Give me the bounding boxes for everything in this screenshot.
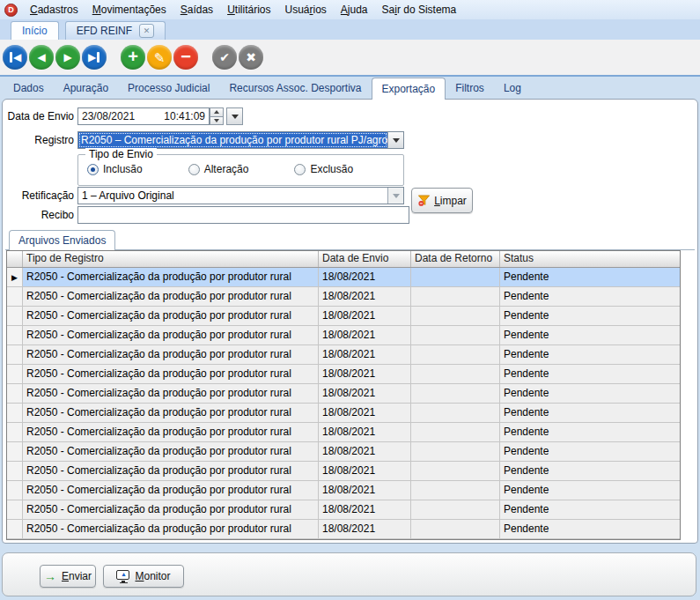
delete-button[interactable]: −	[173, 45, 198, 70]
gutter-header	[7, 251, 23, 267]
table-row[interactable]: R2050 - Comercialização da produção por …	[7, 442, 680, 462]
tipo-envio-options: Inclusão Alteração Exclusão	[87, 163, 353, 175]
table-row[interactable]: R2050 - Comercialização da produção por …	[7, 307, 680, 326]
table-row[interactable]: R2050 - Comercialização da produção por …	[7, 287, 680, 307]
registro-dropdown-icon[interactable]	[387, 132, 403, 148]
column-header-envio[interactable]: Data de Envio	[319, 251, 411, 267]
date-value: 23/08/2021	[82, 110, 135, 122]
time-value: 10:41:09	[164, 110, 205, 122]
page-tab[interactable]: Processo Judicial	[118, 78, 219, 99]
page-tab[interactable]: Dados	[4, 78, 54, 99]
page-tab[interactable]: Apuração	[54, 78, 118, 99]
grid-body: R2050 - Comercialização da produção por …	[7, 268, 680, 539]
retificacao-dropdown-icon	[387, 188, 403, 204]
spinner-down-icon[interactable]	[210, 117, 224, 126]
toolbar: ◀◀▶▶+✎−✔✖	[0, 40, 700, 75]
arquivos-grid: Tipo de Registro Data de Envio Data de R…	[6, 250, 681, 540]
limpar-label: Limpar	[434, 195, 467, 207]
exportacao-panel: Data de Envio 23/08/2021 10:41:09 Regist…	[2, 99, 698, 544]
radio-icon	[294, 164, 306, 175]
data-envio-field[interactable]: 23/08/2021 10:41:09	[77, 107, 210, 125]
registro-selected-value: R2050 – Comercialização da produção por …	[78, 132, 387, 148]
monitor-button[interactable]: ▲ Monitor	[103, 565, 184, 588]
page-tab[interactable]: Filtros	[446, 78, 494, 99]
enviar-button[interactable]: → Enviar	[40, 565, 96, 588]
tipo-envio-legend: Tipo de Envio	[85, 148, 157, 160]
time-spinner	[210, 107, 224, 125]
post-button[interactable]: ✔	[212, 45, 237, 70]
tab-arquivos-enviados[interactable]: Arquivos Enviados	[9, 230, 115, 250]
radio-icon	[87, 164, 99, 175]
radio-icon	[188, 164, 200, 175]
first-button[interactable]: ◀	[3, 45, 27, 70]
recibo-input[interactable]	[77, 206, 409, 224]
grid-tab-strip: Arquivos Enviados	[5, 231, 695, 250]
table-row[interactable]: R2050 - Comercialização da produção por …	[7, 423, 680, 442]
footer-bar: → Enviar ▲ Monitor	[2, 552, 696, 596]
table-row[interactable]: R2050 - Comercialização da produção por …	[7, 481, 680, 500]
menu-item[interactable]: Ajuda	[334, 0, 375, 19]
next-button[interactable]: ▶	[55, 45, 80, 70]
retificacao-label: Retificação	[4, 189, 74, 202]
current-row-marker	[11, 273, 18, 282]
tab-efd-reinf-label: EFD REINF	[77, 25, 132, 37]
date-dropdown-button[interactable]	[226, 107, 243, 125]
insert-button[interactable]: +	[121, 45, 145, 70]
table-row[interactable]: R2050 - Comercialização da produção por …	[7, 500, 680, 520]
funnel-icon	[417, 194, 431, 207]
close-tab-icon[interactable]: ✕	[139, 24, 154, 38]
menu-item[interactable]: Usuários	[277, 0, 333, 19]
table-row[interactable]: R2050 - Comercialização da produção por …	[7, 268, 680, 287]
app-icon: D	[4, 4, 18, 17]
table-row[interactable]: R2050 - Comercialização da produção por …	[7, 404, 680, 423]
limpar-button[interactable]: Limpar	[411, 188, 473, 213]
monitor-label: Monitor	[135, 570, 170, 582]
menu-item[interactable]: Saídas	[173, 0, 220, 19]
retificacao-combobox[interactable]: 1 – Arquivo Original	[77, 187, 404, 204]
column-header-status[interactable]: Status	[500, 251, 680, 267]
page-tab-bar: Dados Apuração Processo Judicial Recurso…	[4, 78, 700, 99]
monitor-icon: ▲	[116, 570, 129, 583]
enviar-label: Enviar	[62, 570, 92, 582]
radio-option[interactable]: Inclusão	[87, 163, 143, 175]
table-row[interactable]: R2050 - Comercialização da produção por …	[7, 384, 680, 404]
menu-item[interactable]: Movimentações	[85, 0, 173, 19]
radio-option[interactable]: Exclusão	[294, 163, 353, 175]
grid-header: Tipo de Registro Data de Envio Data de R…	[7, 251, 680, 268]
last-button[interactable]: ▶	[82, 45, 107, 70]
cancel-button[interactable]: ✖	[239, 45, 263, 70]
recibo-label: Recibo	[4, 209, 74, 221]
menu-item[interactable]: Cadastros	[23, 0, 85, 19]
tab-inicio-label: Início	[22, 25, 48, 37]
table-row[interactable]: R2050 - Comercialização da produção por …	[7, 520, 680, 539]
radio-option[interactable]: Alteração	[188, 163, 249, 175]
menu-bar: D Cadastros Movimentações Saídas Utilitá…	[0, 0, 700, 19]
data-envio-label: Data de Envio	[4, 110, 74, 122]
registro-label: Registro	[4, 134, 74, 146]
page-tab[interactable]: Recursos Assoc. Desportiva	[219, 78, 371, 99]
edit-button[interactable]: ✎	[147, 45, 172, 70]
tipo-envio-groupbox: Tipo de Envio Inclusão Alteração	[77, 154, 404, 186]
retificacao-selected-value: 1 – Arquivo Original	[78, 188, 387, 204]
table-row[interactable]: R2050 - Comercialização da produção por …	[7, 345, 680, 365]
prior-button[interactable]: ◀	[29, 45, 54, 70]
menu-item[interactable]: Sair do Sistema	[375, 0, 464, 19]
send-arrow-icon: →	[44, 570, 56, 582]
menu-items: Cadastros Movimentações Saídas Utilitári…	[23, 0, 463, 19]
tab-inicio[interactable]: Início	[11, 21, 59, 40]
page-tab[interactable]: Log	[494, 78, 531, 99]
menu-item[interactable]: Utilitários	[220, 0, 277, 19]
registro-combobox[interactable]: R2050 – Comercialização da produção por …	[77, 131, 404, 149]
page-tab[interactable]: Exportação	[372, 78, 446, 100]
separator-line	[0, 75, 700, 77]
table-row[interactable]: R2050 - Comercialização da produção por …	[7, 365, 680, 384]
spinner-up-icon[interactable]	[210, 107, 224, 117]
column-header-tipo[interactable]: Tipo de Registro	[23, 251, 319, 267]
table-row[interactable]: R2050 - Comercialização da produção por …	[7, 326, 680, 345]
column-header-retorno[interactable]: Data de Retorno	[411, 251, 500, 267]
table-row[interactable]: R2050 - Comercialização da produção por …	[7, 462, 680, 481]
document-tab-bar: Início EFD REINF ✕	[0, 19, 700, 40]
tab-efd-reinf[interactable]: EFD REINF ✕	[65, 21, 166, 40]
application-window: D Cadastros Movimentações Saídas Utilitá…	[0, 0, 700, 600]
